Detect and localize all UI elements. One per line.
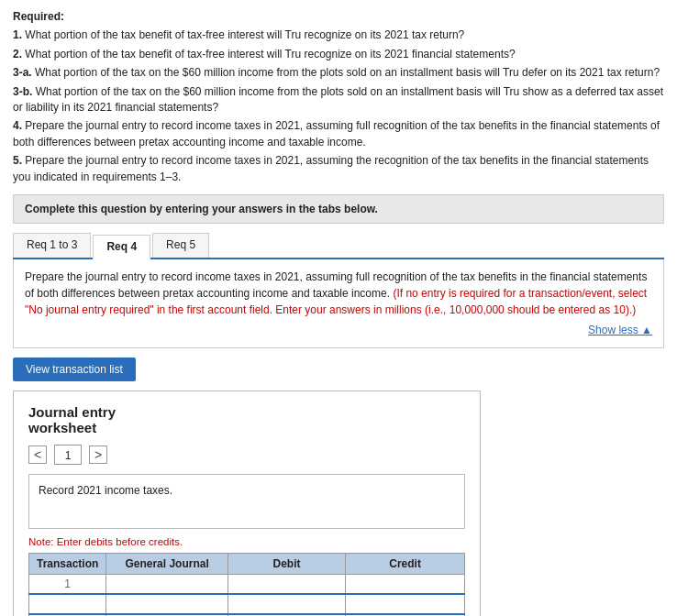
credit-input-2[interactable]	[350, 598, 461, 610]
record-label: Record 2021 income taxes.	[39, 484, 172, 497]
required-heading: Required:	[13, 10, 64, 23]
show-less-control[interactable]: Show less ▲	[25, 322, 652, 338]
col-header-general-journal: General Journal	[106, 553, 228, 574]
req-2-text: What portion of the tax benefit of tax-f…	[25, 48, 515, 60]
req-item-1: 1. What portion of the tax benefit of ta…	[13, 28, 664, 43]
transaction-num-2	[29, 594, 106, 614]
tab-req4[interactable]: Req 4	[93, 235, 150, 259]
credit-input-cell-1[interactable]	[346, 574, 465, 594]
view-transaction-btn-wrapper: View transaction list	[13, 348, 664, 390]
tab-req1to3-label: Req 1 to 3	[27, 238, 77, 251]
instruction-box: Prepare the journal entry to record inco…	[13, 259, 664, 348]
debit-input-cell-2[interactable]	[228, 594, 345, 614]
journal-nav-row: < 1 >	[28, 445, 465, 465]
required-section: Required: 1. What portion of the tax ben…	[13, 9, 664, 185]
req-4-text: Prepare the journal entry to record inco…	[13, 119, 660, 148]
tab-req5[interactable]: Req 5	[152, 233, 209, 258]
journal-card: Journal entry worksheet < 1 > Record 202…	[13, 390, 481, 616]
col-header-transaction: Transaction	[29, 553, 106, 574]
credit-input-1[interactable]	[350, 578, 461, 590]
req-3a-text: What portion of the tax on the $60 milli…	[35, 66, 660, 79]
general-journal-input-2[interactable]	[110, 598, 223, 610]
debit-input-cell-1[interactable]	[228, 574, 345, 594]
complete-banner: Complete this question by entering your …	[13, 194, 664, 224]
req-5-text: Prepare the journal entry to record inco…	[13, 154, 649, 182]
req-2-bold: 2.	[13, 48, 22, 60]
tab-req5-label: Req 5	[166, 238, 195, 251]
tab-req1to3[interactable]: Req 1 to 3	[13, 233, 91, 258]
show-less-label: Show less ▲	[588, 324, 652, 336]
journal-page-number: 1	[54, 445, 82, 465]
record-box: Record 2021 income taxes.	[28, 474, 465, 529]
page-container: Required: 1. What portion of the tax ben…	[0, 0, 677, 616]
req-5-bold: 5.	[13, 154, 22, 167]
tab-req4-label: Req 4	[106, 240, 137, 253]
debit-input-2[interactable]	[232, 598, 341, 610]
req-1-bold: 1.	[13, 28, 22, 41]
general-journal-input-1[interactable]	[110, 578, 223, 590]
req-item-4: 4. Prepare the journal entry to record i…	[13, 118, 664, 150]
debit-input-1[interactable]	[232, 578, 341, 590]
note-text: Note: Enter debits before credits.	[28, 536, 465, 547]
journal-table: Transaction General Journal Debit Credit…	[28, 553, 465, 616]
table-row: 1	[29, 574, 465, 594]
req-3b-bold: 3-b.	[13, 85, 32, 98]
tabs-row: Req 1 to 3 Req 4 Req 5	[13, 233, 664, 259]
credit-input-cell-2[interactable]	[346, 594, 465, 614]
journal-prev-button[interactable]: <	[28, 446, 47, 464]
req-3b-text: What portion of the tax on the $60 milli…	[13, 85, 663, 114]
req-4-bold: 4.	[13, 119, 22, 132]
transaction-num: 1	[29, 574, 106, 594]
req-item-2: 2. What portion of the tax benefit of ta…	[13, 47, 664, 62]
col-header-credit: Credit	[346, 553, 465, 574]
col-header-debit: Debit	[228, 553, 345, 574]
general-journal-input-cell-2[interactable]	[106, 594, 228, 614]
journal-table-header-row: Transaction General Journal Debit Credit	[29, 553, 465, 574]
req-item-5: 5. Prepare the journal entry to record i…	[13, 153, 664, 185]
journal-title-line1: Journal entry	[28, 404, 116, 420]
req-3a-bold: 3-a.	[13, 66, 32, 79]
complete-banner-text: Complete this question by entering your …	[25, 203, 378, 215]
journal-next-button[interactable]: >	[89, 446, 107, 464]
table-row	[29, 594, 465, 614]
view-transaction-button[interactable]: View transaction list	[13, 358, 136, 381]
journal-title: Journal entry worksheet	[28, 404, 465, 435]
general-journal-input-cell-1[interactable]	[106, 574, 228, 594]
req-item-3a: 3-a. What portion of the tax on the $60 …	[13, 65, 664, 81]
journal-title-line2: worksheet	[28, 420, 96, 435]
req-1-text: What portion of the tax benefit of tax-f…	[25, 28, 464, 41]
req-item-3b: 3-b. What portion of the tax on the $60 …	[13, 84, 664, 116]
